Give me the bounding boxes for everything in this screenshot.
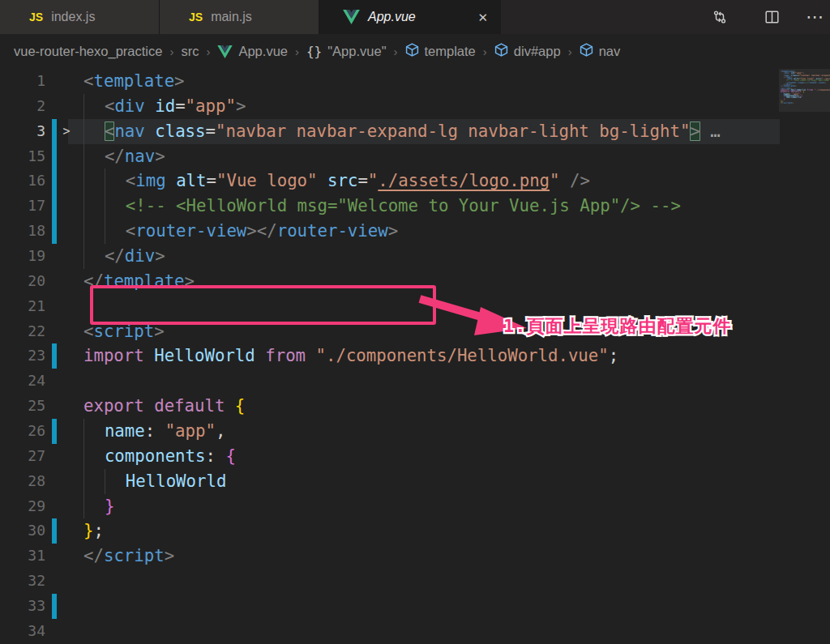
vue-icon: [343, 10, 360, 24]
code-text: <nav class="navbar navbar-expand-lg navb…: [83, 119, 830, 144]
breadcrumb-item-template[interactable]: template: [405, 43, 476, 60]
code-text: [83, 569, 830, 594]
vue-icon: [217, 45, 233, 58]
code-text: name: "app",: [83, 419, 830, 444]
breadcrumb: vue-router-hexo_practice›src›App.vue›{}"…: [0, 34, 830, 69]
close-icon[interactable]: ✕: [476, 10, 490, 25]
code-text: import HelloWorld from "./components/Hel…: [83, 343, 830, 369]
breadcrumb-label: template: [425, 44, 476, 59]
breadcrumb-separator-icon: ›: [483, 45, 487, 58]
line-number: 24: [0, 369, 45, 394]
annotation-label: 1.頁面上呈現路由配置元件: [503, 314, 732, 339]
code-line-17[interactable]: 17<!-- <HelloWorld msg="Welcome to Your …: [0, 194, 830, 219]
breadcrumb-item-nav[interactable]: nav: [580, 43, 621, 60]
more-actions-icon[interactable]: ⋯: [804, 6, 827, 28]
fold-gutter: [57, 69, 76, 94]
code-line-33[interactable]: 33: [0, 594, 830, 619]
fold-gutter: [57, 319, 76, 344]
code-line-32[interactable]: 32: [0, 569, 830, 594]
code-text: <router-view></router-view>: [83, 219, 830, 244]
fold-gutter: [57, 394, 76, 419]
breadcrumb-item-app-vue[interactable]: App.vue: [217, 44, 288, 59]
minimap-content: <template> <div id="app"> <nav class="na…: [779, 69, 830, 104]
fold-gutter: [57, 494, 76, 519]
code-line-3[interactable]: 3><nav class="navbar navbar-expand-lg na…: [0, 119, 830, 144]
line-number: 32: [0, 569, 45, 594]
line-number: 17: [0, 194, 45, 219]
code-editor[interactable]: 1<template>2<div id="app">3><nav class="…: [0, 69, 830, 644]
vscode-window: JSindex.jsJSmain.jsApp.vue✕ ⋯: [0, 0, 830, 644]
breadcrumb-item--app-vue-[interactable]: {}"App.vue": [306, 44, 387, 59]
breadcrumb-label: "App.vue": [327, 44, 386, 59]
fold-gutter: [57, 369, 76, 394]
code-line-2[interactable]: 2<div id="app">: [0, 94, 830, 119]
fold-gutter: [57, 94, 76, 119]
fold-chevron-icon[interactable]: >: [57, 119, 76, 144]
code-line-1[interactable]: 1<template>: [0, 69, 830, 94]
code-line-31[interactable]: 31</script>: [0, 544, 830, 569]
split-editor-icon[interactable]: [760, 6, 783, 28]
code-text: <!-- <HelloWorld msg="Welcome to Your Vu…: [83, 194, 830, 219]
breadcrumb-separator-icon: ›: [394, 45, 398, 58]
line-number: 15: [0, 144, 45, 169]
fold-gutter: [57, 469, 76, 494]
tab-App.vue[interactable]: App.vue✕: [319, 0, 501, 34]
tab-label: App.vue: [368, 10, 416, 24]
code-line-29[interactable]: 29}: [0, 494, 830, 519]
breadcrumb-label: div#app: [514, 44, 561, 59]
breadcrumb-item-div-app[interactable]: div#app: [494, 43, 561, 60]
line-number: 20: [0, 269, 45, 294]
code-line-27[interactable]: 27components: {: [0, 444, 830, 469]
symbol-cube-icon: [580, 43, 593, 60]
symbol-cube-icon: [405, 43, 419, 60]
tab-label: index.js: [51, 10, 95, 24]
code-text: </script>: [83, 544, 830, 569]
breadcrumb-separator-icon: ›: [295, 45, 299, 58]
code-text: };: [83, 518, 830, 544]
code-line-25[interactable]: 25export default {: [0, 394, 830, 419]
line-number: 29: [0, 494, 45, 519]
editor-actions: ⋯: [708, 0, 830, 34]
line-number: 2: [0, 94, 45, 119]
code-text: <div id="app">: [83, 94, 830, 119]
line-number: 16: [0, 168, 45, 194]
code-line-18[interactable]: 18<router-view></router-view>: [0, 219, 830, 244]
code-line-23[interactable]: 23import HelloWorld from "./components/H…: [0, 343, 830, 369]
fold-gutter: [57, 219, 76, 244]
code-line-15[interactable]: 15</nav>: [0, 144, 830, 169]
tab-list: JSindex.jsJSmain.jsApp.vue✕: [0, 0, 501, 34]
breadcrumb-separator-icon: ›: [206, 45, 210, 58]
fold-gutter: [57, 144, 76, 169]
code-line-30[interactable]: 30};: [0, 518, 830, 544]
tab-main.js[interactable]: JSmain.js: [160, 0, 319, 34]
code-text: HelloWorld: [83, 469, 830, 494]
code-line-26[interactable]: 26name: "app",: [0, 419, 830, 444]
code-line-34[interactable]: 34: [0, 619, 830, 644]
fold-gutter: [57, 194, 76, 219]
code-line-28[interactable]: 28HelloWorld: [0, 469, 830, 494]
fold-gutter: [57, 444, 76, 469]
tab-index.js[interactable]: JSindex.js: [0, 0, 160, 34]
braces-icon: {}: [306, 44, 322, 59]
line-number: 27: [0, 444, 45, 469]
code-line-19[interactable]: 19</div>: [0, 244, 830, 269]
line-number: 22: [0, 319, 45, 344]
code-line-16[interactable]: 16<img alt="Vue logo" src="./assets/logo…: [0, 168, 830, 194]
breadcrumb-label: vue-router-hexo_practice: [14, 44, 162, 59]
line-number: 3: [0, 119, 45, 144]
breadcrumb-label: App.vue: [238, 44, 288, 59]
js-icon: JS: [189, 11, 203, 23]
breadcrumb-item-vue-router-hexo-practice[interactable]: vue-router-hexo_practice: [14, 44, 162, 59]
breadcrumb-item-src[interactable]: src: [181, 44, 199, 59]
code-text: export default {: [83, 394, 830, 419]
code-line-24[interactable]: 24: [0, 369, 830, 394]
code-text: [83, 619, 830, 644]
line-number: 26: [0, 419, 45, 444]
code-lines: 1<template>2<div id="app">3><nav class="…: [0, 69, 830, 644]
fold-gutter: [57, 343, 76, 369]
fold-gutter: [57, 419, 76, 444]
minimap[interactable]: <template> <div id="app"> <nav class="na…: [779, 69, 830, 644]
open-changes-icon[interactable]: [708, 6, 731, 28]
line-number: 23: [0, 343, 45, 369]
fold-gutter: [57, 269, 76, 294]
